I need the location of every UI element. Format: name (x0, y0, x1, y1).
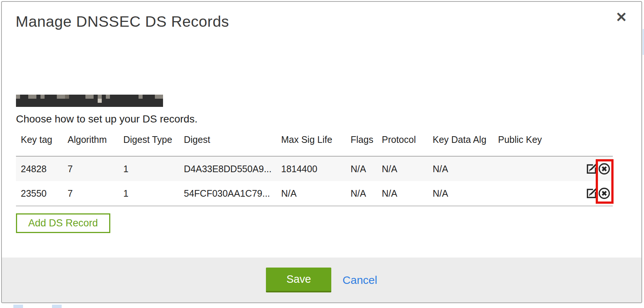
redaction-pixel (134, 103, 139, 107)
redaction-pixel (32, 99, 36, 103)
redaction-pixel (139, 95, 143, 99)
redaction-pixel (139, 103, 143, 107)
cell-protocol: N/A (381, 164, 432, 174)
redaction-pixel (151, 103, 155, 107)
dialog-body: Manage DNSSEC DS Records ✕ Choose how to… (2, 2, 641, 258)
redaction-pixel (94, 95, 98, 99)
redaction-pixel (155, 95, 159, 99)
redaction-pixel (159, 99, 163, 103)
redaction-pixel (40, 103, 45, 107)
background-page-fragment (643, 29, 644, 55)
redaction-pixel (16, 99, 20, 103)
redaction-pixel (53, 103, 57, 107)
redaction-pixel (81, 99, 85, 103)
table-rows: 24828 7 1 D4A33E8DD550A9... 1814400 N/A … (16, 156, 613, 206)
ds-records-table: Key tag Algorithm Digest Type Digest Max… (16, 127, 613, 206)
redaction-pixel (106, 95, 110, 99)
cell-digest: 54FCF030AA1C79... (183, 188, 280, 199)
edit-record-icon[interactable] (585, 162, 598, 176)
redaction-pixel (40, 95, 45, 99)
redaction-pixel (130, 95, 134, 99)
cell-flags: N/A (350, 188, 381, 199)
column-header-max-sig-life: Max Sig Life (280, 134, 350, 145)
redaction-pixel (28, 99, 32, 103)
redaction-pixel (143, 95, 147, 99)
column-header-key-data-alg: Key Data Alg (432, 134, 497, 145)
redaction-pixel (147, 103, 151, 107)
page-background: Manage DNSSEC DS Records ✕ Choose how to… (0, 0, 644, 308)
redaction-pixel (126, 95, 130, 99)
redaction-pixel (151, 95, 155, 99)
cell-max-sig-life: N/A (280, 188, 350, 199)
redaction-pixel (110, 95, 114, 99)
redaction-pixel (139, 99, 143, 103)
redaction-pixel (122, 99, 126, 103)
redaction-pixel (98, 103, 102, 107)
redaction-pixel (118, 95, 122, 99)
cell-key-tag: 23550 (16, 188, 67, 199)
column-header-digest-type: Digest Type (123, 134, 183, 145)
redaction-pixel (20, 99, 24, 103)
redaction-pixel (159, 95, 163, 99)
delete-record-icon[interactable] (598, 162, 611, 176)
redaction-pixel (102, 99, 106, 103)
redaction-pixel (90, 99, 94, 103)
redaction-pixel (126, 103, 130, 107)
redaction-pixel (94, 99, 98, 103)
redaction-pixel (53, 99, 57, 103)
redaction-pixel (28, 103, 32, 107)
redaction-pixel (106, 99, 110, 103)
redaction-pixel (69, 103, 73, 107)
cell-protocol: N/A (381, 188, 432, 199)
add-ds-record-button[interactable]: Add DS Record (16, 213, 110, 233)
table-row: 23550 7 1 54FCF030AA1C79... N/A N/A N/A … (16, 181, 613, 206)
redaction-pixel (114, 95, 118, 99)
cell-key-data-alg: N/A (432, 164, 497, 174)
redaction-pixel (114, 99, 118, 103)
delete-record-icon[interactable] (598, 187, 611, 200)
close-icon[interactable]: ✕ (613, 9, 630, 26)
redaction-pixel (73, 103, 77, 107)
redaction-pixel (49, 99, 53, 103)
redaction-pixel (16, 95, 20, 99)
redaction-pixel (147, 95, 151, 99)
redaction-pixel (69, 99, 73, 103)
column-header-digest: Digest (183, 134, 280, 145)
redaction-pixel (98, 99, 102, 103)
cancel-link[interactable]: Cancel (342, 274, 377, 286)
redaction-pixel (32, 103, 36, 107)
cell-flags: N/A (350, 164, 381, 174)
save-button[interactable]: Save (266, 268, 331, 292)
redaction-pixel (24, 99, 28, 103)
redaction-pixel (77, 99, 81, 103)
edit-record-icon[interactable] (585, 187, 598, 200)
cell-max-sig-life: 1814400 (280, 164, 350, 174)
redaction-pixel (77, 103, 81, 107)
redaction-pixel (102, 95, 106, 99)
redaction-pixel (114, 103, 118, 107)
redaction-pixel (77, 95, 81, 99)
redaction-pixel (110, 99, 114, 103)
cell-digest: D4A33E8DD550A9... (183, 164, 280, 174)
redaction-pixel (130, 103, 134, 107)
redaction-pixel (130, 99, 134, 103)
redaction-pixel (118, 103, 122, 107)
redaction-pixel (20, 103, 24, 107)
column-header-flags: Flags (350, 134, 381, 145)
redaction-pixel (53, 95, 57, 99)
redaction-pixel (57, 95, 61, 99)
cell-key-data-alg: N/A (432, 188, 497, 199)
table-header-row: Key tag Algorithm Digest Type Digest Max… (16, 127, 613, 150)
redaction-pixel (61, 103, 65, 107)
redaction-pixel (98, 95, 102, 99)
redaction-pixel (81, 103, 85, 107)
redaction-pixel (36, 103, 40, 107)
redaction-pixel (85, 95, 90, 99)
redaction-pixel (143, 103, 147, 107)
redaction-pixel (20, 95, 24, 99)
redaction-pixel (134, 95, 139, 99)
redaction-pixel (110, 103, 114, 107)
redaction-pixel (57, 99, 61, 103)
column-header-key-tag: Key tag (16, 134, 67, 145)
cell-algorithm: 7 (67, 164, 123, 174)
